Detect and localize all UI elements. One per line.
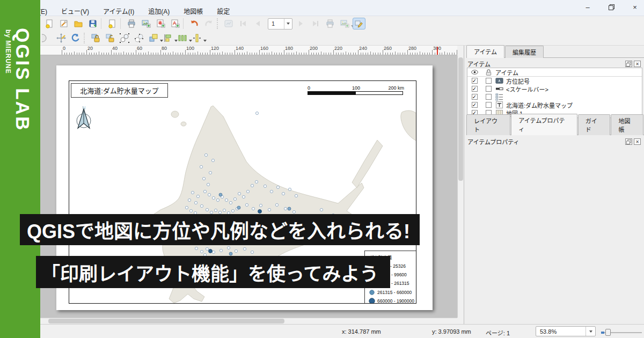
visibility-checkbox[interactable]: ✓	[472, 94, 478, 100]
table-row[interactable]: ✓方位記号	[467, 77, 642, 85]
ruler-tick	[86, 50, 87, 55]
align-items-button[interactable]	[162, 32, 174, 44]
export-svg-button[interactable]	[154, 18, 167, 30]
print-button[interactable]	[125, 18, 138, 30]
ruler-tick	[202, 53, 203, 55]
toolbar-separator	[101, 18, 105, 29]
layout-manager-button[interactable]	[57, 18, 70, 30]
dam-point	[195, 247, 197, 249]
menu-item[interactable]: 追加(A)	[148, 6, 170, 16]
vertical-scrollbar[interactable]	[457, 55, 464, 318]
ungroup-items-button[interactable]	[133, 32, 145, 44]
visibility-checkbox[interactable]: ✓	[472, 78, 478, 84]
horizontal-ruler[interactable]: 0204060801001201401601802002202402602803…	[0, 46, 457, 55]
toolbar-separator	[120, 18, 124, 29]
legend-entry: 261315 - 660000	[368, 288, 416, 297]
dam-point	[212, 251, 215, 253]
atlas-last-button[interactable]	[309, 18, 322, 30]
new-layout-button[interactable]	[43, 18, 56, 30]
table-row[interactable]: ✓	[467, 93, 642, 101]
dock-top-tab[interactable]: 編集履歴	[505, 46, 544, 58]
dock-bottom-tab[interactable]: 地図帳	[611, 114, 643, 135]
lock-items-button[interactable]	[89, 32, 102, 44]
save-button[interactable]	[86, 18, 99, 30]
export-image-button[interactable]	[140, 18, 152, 30]
ruler-tick	[96, 53, 97, 55]
undo-button[interactable]	[188, 18, 201, 30]
dock-bottom-tab[interactable]: ガイド	[578, 114, 611, 135]
dam-point	[264, 185, 266, 187]
map-title-item[interactable]: 北海道:ダム貯水量マップ	[71, 83, 168, 98]
dam-point	[229, 201, 232, 204]
menu-item[interactable]: 地図帳	[184, 6, 203, 16]
ruler-tick	[163, 53, 164, 55]
zoom-slider-handle[interactable]	[605, 329, 611, 336]
zoom-combo-dropdown[interactable]	[586, 327, 595, 336]
minimize-button[interactable]: –	[583, 3, 592, 11]
horizontal-scrollbar-thumb[interactable]	[48, 319, 284, 324]
menu-item[interactable]: アイテム(I)	[103, 6, 134, 16]
atlas-settings-button[interactable]	[353, 18, 365, 30]
close-button[interactable]: ×	[630, 3, 640, 11]
properties-panel-close-button[interactable]: ✕	[634, 138, 641, 145]
dock-bottom-tab[interactable]: アイテムプロパティ	[511, 114, 577, 135]
add-pages-button[interactable]	[106, 18, 119, 30]
menu-item[interactable]: 設定	[217, 6, 230, 16]
atlas-page-combo[interactable]: 1	[268, 18, 292, 30]
ruler-tick	[219, 53, 220, 55]
ruler-tick	[373, 53, 374, 55]
maximize-button[interactable]	[606, 3, 616, 11]
atlas-prev-button[interactable]	[251, 18, 264, 30]
scalebar-item[interactable]: 0 100 200 km	[308, 85, 404, 99]
resize-items-button[interactable]	[191, 32, 203, 44]
dam-point	[206, 247, 208, 250]
move-item-button[interactable]	[55, 32, 68, 44]
zoom-slider[interactable]	[601, 329, 642, 336]
cursor-x-coordinate: x: 314.787 mm	[342, 328, 381, 335]
raise-items-icon	[149, 33, 158, 43]
redo-button[interactable]	[202, 18, 215, 30]
group-items-button[interactable]	[118, 32, 131, 44]
atlas-first-button[interactable]	[237, 18, 250, 30]
ruler-tick	[385, 53, 386, 55]
visibility-checkbox[interactable]: ✓	[472, 102, 478, 108]
export-pdf-button[interactable]: A	[169, 18, 181, 30]
dam-point	[203, 190, 206, 193]
zoom-level-combo[interactable]: 53.8%	[536, 326, 596, 336]
islet	[181, 122, 186, 126]
north-arrow-item[interactable]: N	[75, 105, 94, 130]
table-row[interactable]: ✓<スケールバー>	[467, 85, 642, 93]
vertical-scrollbar-thumb[interactable]	[458, 57, 463, 181]
distribute-items-button[interactable]	[176, 32, 189, 44]
lock-checkbox[interactable]	[486, 78, 492, 84]
print-atlas-button[interactable]	[324, 18, 336, 30]
table-row[interactable]: ✓北海道:ダム貯水量マップ	[467, 101, 642, 109]
atlas-page-dropdown[interactable]	[284, 19, 292, 29]
horizontal-scrollbar[interactable]	[0, 318, 457, 324]
dock-top-tab[interactable]: アイテム	[466, 45, 504, 58]
open-button[interactable]	[72, 18, 85, 30]
atlas-next-button[interactable]	[295, 18, 308, 30]
raise-items-button[interactable]	[147, 32, 160, 44]
export-atlas-button[interactable]	[338, 18, 351, 30]
properties-panel-float-button[interactable]	[625, 138, 632, 145]
new-layout-icon	[45, 19, 54, 28]
dam-point	[219, 249, 222, 252]
dam-point	[233, 197, 236, 200]
lock-checkbox[interactable]	[486, 102, 492, 108]
ruler-tick	[378, 53, 378, 55]
lock-checkbox[interactable]	[486, 86, 492, 92]
items-panel-close-button[interactable]: ✕	[634, 61, 641, 67]
visibility-checkbox[interactable]: ✓	[472, 86, 478, 92]
items-panel-float-button[interactable]	[625, 61, 632, 67]
ruler-tick	[217, 53, 218, 55]
unlock-items-button[interactable]	[104, 32, 116, 44]
lock-checkbox[interactable]	[486, 94, 492, 100]
ruler-tick	[447, 53, 448, 55]
zoom-tool-button[interactable]	[40, 32, 53, 44]
dock-bottom-tab[interactable]: レイアウト	[466, 114, 510, 135]
refresh-view-button[interactable]	[69, 32, 82, 44]
atlas-preview-button[interactable]	[222, 18, 235, 30]
menu-item[interactable]: ビュー(V)	[61, 6, 89, 16]
dam-point	[258, 210, 262, 214]
